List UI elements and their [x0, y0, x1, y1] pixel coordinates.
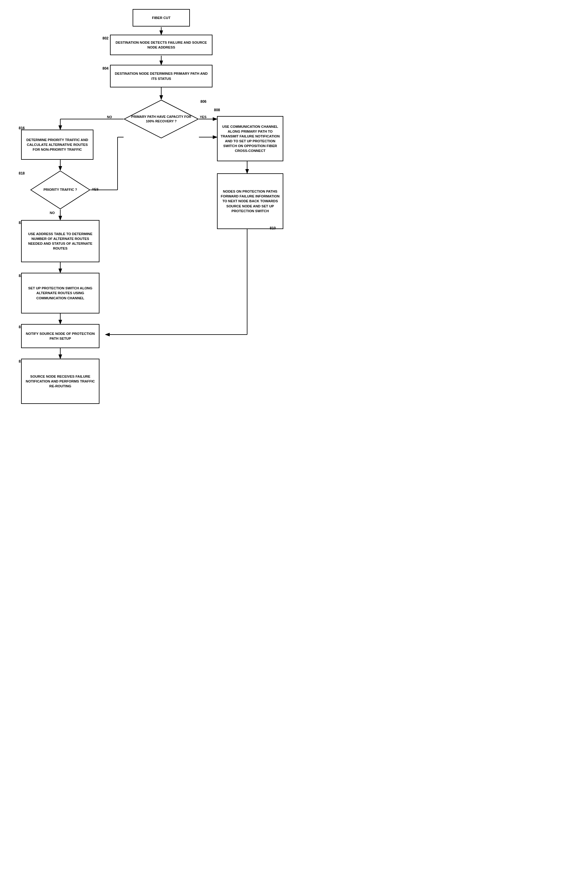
ref-818: 818 [19, 171, 25, 176]
dest-detect-box: DESTINATION NODE DETECTS FAILURE AND SOU… [110, 35, 213, 55]
primary-path-diamond: PRIMARY PATH HAVE CAPACITY FOR 100% RECO… [124, 99, 199, 139]
yes-label-2: YES [92, 188, 99, 191]
notify-source-box: NOTIFY SOURCE NODE OF PROTECTION PATH SE… [21, 324, 99, 348]
nodes-protection-box: NODES ON PROTECTION PATHS FORWARD FAILUR… [217, 173, 283, 229]
dest-determines-box: DESTINATION NODE DETERMINES PRIMARY PATH… [110, 65, 213, 87]
use-comm-channel-box: USE COMMUNICATION CHANNEL ALONG PRIMARY … [217, 116, 283, 161]
diagram: 800 FIBER CUT 802 DESTINATION NODE DETEC… [0, 0, 294, 439]
fiber-cut-box: FIBER CUT [133, 9, 190, 27]
ref-808: 808 [214, 108, 220, 112]
yes-label-1: YES [200, 115, 207, 119]
ref-802: 802 [102, 36, 108, 41]
ref-804: 804 [102, 66, 108, 71]
no-label-2: NO [50, 211, 55, 215]
ref-810: 810 [270, 226, 276, 230]
determine-priority-box: DETERMINE PRIORITY TRAFFIC AND CALCULATE… [21, 130, 93, 160]
no-label-1: NO [107, 115, 112, 119]
set-up-protection-box: SET UP PROTECTION SWITCH ALONG ALTERNATE… [21, 273, 99, 314]
use-address-table-box: USE ADDRESS TABLE TO DETERMINE NUMBER OF… [21, 220, 99, 262]
ref-806: 806 [200, 99, 207, 104]
priority-traffic-diamond: PRIORITY TRAFFIC ? [30, 170, 90, 210]
source-node-box: SOURCE NODE RECEIVES FAILURE NOTIFICATIO… [21, 359, 99, 404]
